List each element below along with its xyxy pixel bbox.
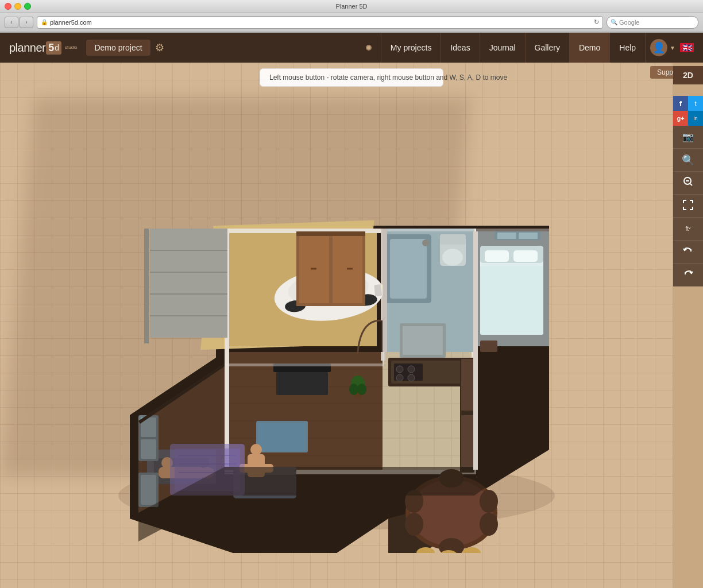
svg-rect-111: [485, 250, 509, 262]
googleplus-button[interactable]: g+: [673, 111, 688, 126]
top-navigation: planner 5 d studio Demo project ⚙ My pro…: [0, 33, 703, 63]
svg-rect-113: [480, 266, 543, 335]
tooltip-text: Left mouse button - rotate camera, right…: [269, 74, 507, 82]
address-bar[interactable]: 🔒 planner5d.com ↻: [37, 16, 603, 29]
svg-rect-55: [144, 229, 149, 343]
nav-help[interactable]: Help: [610, 33, 646, 63]
zoom-out-button[interactable]: [673, 172, 703, 195]
twitter-button[interactable]: t: [688, 96, 703, 111]
social-buttons: f t g+ in: [673, 96, 703, 126]
svg-marker-136: [383, 229, 387, 352]
right-toolbar: f t g+ in 📷 🔍: [673, 96, 703, 287]
svg-rect-105: [403, 326, 443, 355]
svg-rect-119: [390, 239, 427, 299]
maximize-button[interactable]: [24, 3, 31, 10]
svg-rect-107: [461, 359, 473, 411]
logo-area: planner 5 d studio: [9, 41, 77, 55]
user-dropdown-arrow[interactable]: ▼: [670, 45, 675, 51]
svg-rect-135: [473, 346, 478, 470]
svg-rect-68: [258, 423, 306, 451]
language-flag[interactable]: 🇬🇧: [680, 43, 694, 52]
social-row-2: g+ in: [673, 111, 703, 126]
svg-rect-81: [276, 372, 328, 395]
svg-rect-123: [440, 234, 466, 245]
project-name-button[interactable]: Demo project: [86, 40, 150, 56]
facebook-button[interactable]: f: [673, 96, 688, 111]
floorplan-svg: [101, 140, 572, 553]
minimize-button[interactable]: [14, 3, 21, 10]
svg-rect-56: [150, 229, 227, 338]
nav-gallery[interactable]: Gallery: [526, 33, 570, 63]
avatar[interactable]: 👤: [650, 39, 667, 56]
svg-point-100: [396, 366, 403, 373]
zoom-in-icon: 🔍: [682, 154, 694, 167]
logo-5d-box: 5 d: [46, 41, 61, 55]
svg-point-101: [408, 366, 415, 373]
units-label: ft²: [686, 226, 691, 232]
url-text: planner5d.com: [50, 19, 592, 26]
close-button[interactable]: [5, 3, 11, 10]
svg-rect-52: [296, 231, 365, 236]
nav-journal[interactable]: Journal: [480, 33, 526, 63]
logo-5: 5: [48, 42, 54, 54]
social-row-1: f t: [673, 96, 703, 111]
svg-point-91: [480, 490, 498, 513]
svg-point-102: [396, 374, 403, 381]
svg-point-103: [408, 374, 415, 381]
screenshot-button[interactable]: 📷: [673, 126, 703, 149]
floorplan-3d[interactable]: [101, 140, 572, 553]
svg-rect-134: [473, 231, 478, 352]
zoom-out-icon: [683, 176, 693, 189]
undo-button[interactable]: [673, 241, 703, 264]
svg-line-2: [690, 184, 692, 185]
search-icon: 🔍: [611, 19, 617, 25]
units-button[interactable]: ft²: [673, 218, 703, 241]
nav-buttons: ‹ ›: [5, 17, 33, 28]
back-button[interactable]: ‹: [5, 17, 18, 28]
nav-demo[interactable]: Demo: [570, 33, 610, 63]
status-dot: [366, 45, 372, 51]
fullscreen-icon: [683, 200, 693, 212]
tooltip-bar: Left mouse button - rotate camera, right…: [260, 68, 443, 87]
zoom-in-button[interactable]: 🔍: [673, 149, 703, 172]
nav-ideas[interactable]: Ideas: [441, 33, 480, 63]
view-2d-button[interactable]: 2D: [673, 66, 703, 84]
svg-rect-116: [497, 233, 516, 239]
linkedin-button[interactable]: in: [688, 111, 703, 126]
traffic-lights: [5, 3, 31, 10]
nav-myprojects[interactable]: My projects: [381, 33, 442, 63]
logo-d: d: [55, 43, 59, 52]
svg-point-120: [422, 239, 429, 246]
refresh-icon[interactable]: ↻: [594, 18, 599, 26]
avatar-image: 👤: [652, 41, 665, 54]
svg-point-85: [357, 384, 366, 395]
svg-rect-117: [519, 233, 538, 239]
app-container: planner 5 d studio Demo project ⚙ My pro…: [0, 33, 703, 588]
logo-planner-text: planner: [9, 41, 45, 55]
svg-point-84: [349, 384, 358, 395]
browser-toolbar: ‹ › 🔒 planner5d.com ↻ 🔍 Google: [0, 13, 703, 32]
search-placeholder: Google: [619, 19, 639, 26]
redo-icon: [683, 269, 693, 281]
browser-chrome: Planner 5D ‹ › 🔒 planner5d.com ↻ 🔍 Googl…: [0, 0, 703, 33]
browser-titlebar: Planner 5D: [0, 0, 703, 13]
search-bar[interactable]: 🔍 Google: [607, 16, 698, 29]
undo-icon: [683, 246, 693, 258]
camera-icon: 📷: [682, 131, 694, 142]
fullscreen-button[interactable]: [673, 195, 703, 218]
svg-point-72: [250, 444, 262, 455]
main-navigation: My projects Ideas Journal Gallery Demo H…: [381, 33, 646, 63]
svg-rect-48: [374, 284, 382, 296]
browser-title: Planner 5D: [335, 3, 367, 10]
redo-button[interactable]: [673, 264, 703, 287]
svg-point-93: [480, 513, 498, 536]
settings-button[interactable]: ⚙: [155, 41, 164, 54]
svg-rect-114: [480, 341, 497, 352]
logo-studio: studio: [65, 45, 77, 50]
forward-button[interactable]: ›: [20, 17, 33, 28]
logo: planner 5 d studio: [9, 41, 77, 55]
svg-rect-112: [513, 250, 538, 262]
svg-point-92: [405, 513, 423, 536]
canvas-area[interactable]: [0, 63, 673, 588]
svg-point-122: [442, 249, 463, 266]
